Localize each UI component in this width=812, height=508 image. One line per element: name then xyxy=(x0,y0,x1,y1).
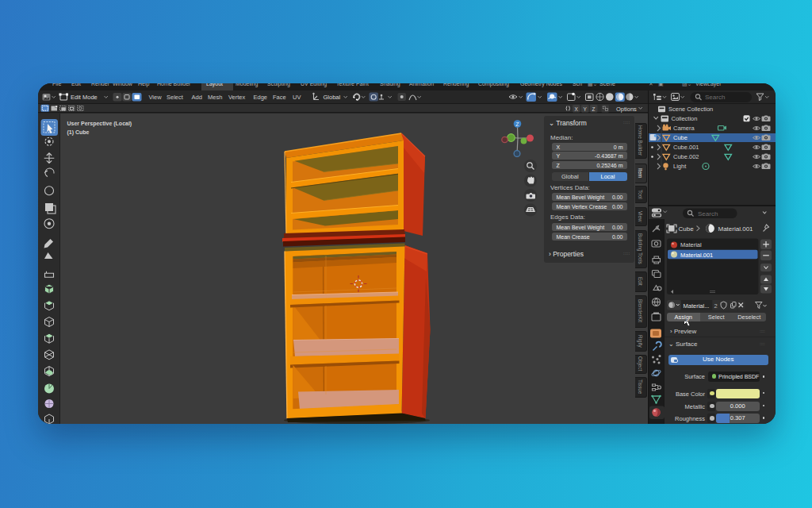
svg-text:Z: Z xyxy=(515,121,519,127)
